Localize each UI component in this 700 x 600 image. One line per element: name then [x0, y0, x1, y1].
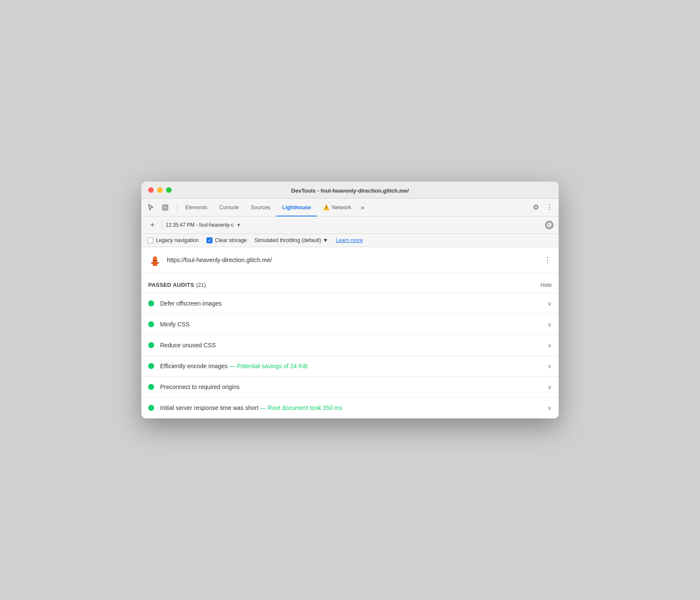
audit-savings: — Root document took 350 ms: [260, 404, 342, 411]
tab-bar-icons: [145, 202, 171, 213]
clear-storage-checkbox[interactable]: Clear storage: [207, 237, 247, 243]
passed-audits-header: PASSED AUDITS (21) Hide: [141, 273, 559, 293]
svg-point-10: [153, 257, 157, 258]
devtools-window: DevTools - foul-heavenly-direction.glitc…: [141, 182, 559, 418]
audit-pass-dot: [148, 321, 154, 327]
main-content: https://foul-heavenly-direction.glitch.m…: [141, 247, 559, 418]
tab-network[interactable]: ⚠️ Network: [317, 199, 357, 216]
add-button[interactable]: +: [146, 219, 158, 231]
audit-savings: — Potential savings of 24 KiB: [229, 363, 307, 369]
hide-button[interactable]: Hide: [540, 282, 552, 288]
svg-rect-0: [163, 205, 168, 210]
title-bar: DevTools - foul-heavenly-direction.glitc…: [141, 182, 559, 199]
audit-item-minify-css[interactable]: Minify CSS ∨: [141, 314, 559, 335]
gear-icon: ⚙: [533, 203, 539, 212]
svg-point-11: [151, 262, 153, 264]
audit-item-reduce-unused-css[interactable]: Reduce unused CSS ∨: [141, 335, 559, 356]
more-options-button[interactable]: ⋮: [543, 202, 555, 213]
more-tabs-button[interactable]: »: [357, 199, 368, 216]
audit-chevron-icon: ∨: [548, 384, 552, 390]
svg-line-3: [548, 224, 551, 226]
url-area: 12:35:47 PM - foul-heavenly-c ▼: [166, 222, 542, 228]
audit-chevron-icon: ∨: [548, 405, 552, 411]
audit-chevron-icon: ∨: [548, 363, 552, 369]
url-dropdown-arrow[interactable]: ▼: [236, 222, 241, 228]
url-text: 12:35:47 PM - foul-heavenly-c: [166, 222, 234, 228]
audit-item-server-response[interactable]: Initial server response time was short —…: [141, 398, 559, 418]
warning-icon: ⚠️: [323, 204, 330, 211]
audit-label: Defer offscreen images: [160, 300, 542, 307]
traffic-lights: [148, 187, 172, 193]
tab-divider: [177, 203, 178, 212]
url-more-button[interactable]: ⋮: [544, 255, 552, 265]
svg-point-12: [157, 262, 159, 264]
window-title: DevTools - foul-heavenly-direction.glitc…: [291, 188, 409, 194]
layers-icon[interactable]: [159, 202, 171, 213]
audit-pass-dot: [148, 363, 154, 369]
toolbar: + 12:35:47 PM - foul-heavenly-c ▼: [141, 216, 559, 234]
close-button[interactable]: [148, 187, 154, 193]
audit-label: Preconnect to required origins: [160, 384, 542, 390]
section-title: PASSED AUDITS: [148, 282, 194, 288]
learn-more-link[interactable]: Learn more: [336, 237, 363, 243]
audit-item-encode-images[interactable]: Efficiently encode images — Potential sa…: [141, 356, 559, 377]
tab-lighthouse[interactable]: Lighthouse: [276, 199, 317, 216]
minimize-button[interactable]: [157, 187, 163, 193]
settings-button[interactable]: ⚙: [530, 202, 542, 213]
audit-pass-dot: [148, 300, 154, 306]
audit-label: Minify CSS: [160, 321, 542, 328]
audit-label: Initial server response time was short —…: [160, 404, 542, 411]
section-count: (21): [196, 282, 206, 288]
audit-label: Efficiently encode images — Potential sa…: [160, 363, 542, 369]
audit-chevron-icon: ∨: [548, 342, 552, 349]
kebab-icon: ⋮: [546, 203, 553, 212]
clear-storage-checkbox-box[interactable]: [207, 237, 212, 243]
clear-button[interactable]: [545, 221, 554, 229]
tab-elements[interactable]: Elements: [179, 199, 213, 216]
audit-item-defer-offscreen[interactable]: Defer offscreen images ∨: [141, 293, 559, 314]
audit-pass-dot: [148, 405, 154, 411]
lighthouse-logo: [148, 253, 162, 267]
audit-label: Reduce unused CSS: [160, 342, 542, 349]
audit-chevron-icon: ∨: [548, 321, 552, 328]
legacy-navigation-checkbox[interactable]: Legacy navigation: [147, 237, 199, 243]
tab-sources[interactable]: Sources: [245, 199, 276, 216]
options-row: Legacy navigation Clear storage Simulate…: [141, 234, 559, 247]
svg-rect-1: [164, 206, 166, 209]
tab-bar: Elements Console Sources Lighthouse ⚠️ N…: [141, 199, 559, 216]
throttling-arrow: ▼: [323, 237, 328, 243]
tab-console[interactable]: Console: [213, 199, 245, 216]
audit-url: https://foul-heavenly-direction.glitch.m…: [167, 257, 539, 263]
throttling-option[interactable]: Simulated throttling (default) ▼: [255, 237, 328, 243]
legacy-navigation-checkbox-box[interactable]: [147, 237, 153, 243]
svg-rect-5: [152, 262, 158, 264]
cursor-icon[interactable]: [145, 202, 157, 213]
toolbar-divider: [162, 221, 162, 229]
audit-item-preconnect[interactable]: Preconnect to required origins ∨: [141, 377, 559, 398]
maximize-button[interactable]: [166, 187, 172, 193]
audit-pass-dot: [148, 384, 154, 390]
url-row: https://foul-heavenly-direction.glitch.m…: [141, 247, 559, 273]
audit-pass-dot: [148, 342, 154, 348]
tab-bar-right: ⚙ ⋮: [530, 202, 555, 213]
audit-chevron-icon: ∨: [548, 300, 552, 307]
